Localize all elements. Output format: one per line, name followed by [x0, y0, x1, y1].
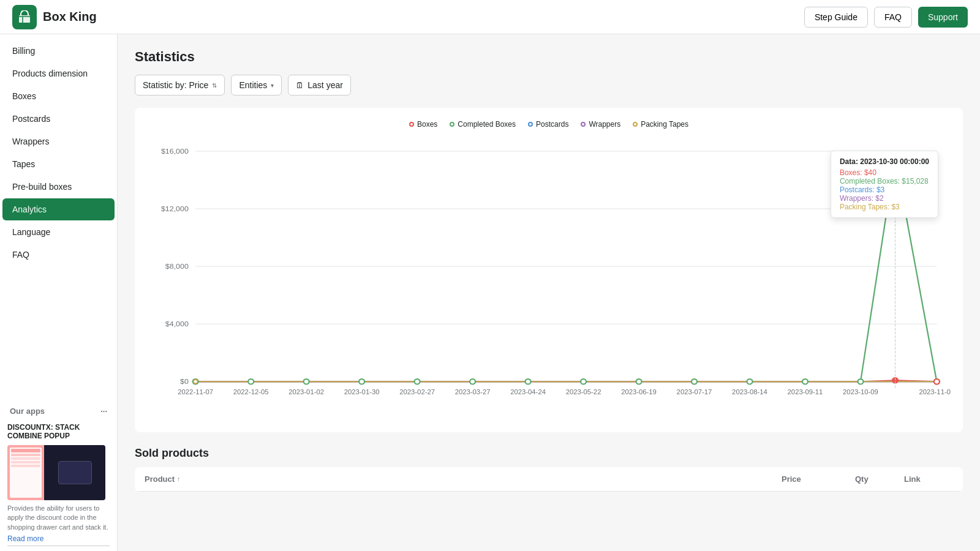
app-header: Box King Step Guide FAQ Support — [0, 0, 980, 34]
sold-products-title: Sold products — [135, 447, 963, 460]
svg-text:$0: $0 — [180, 378, 189, 386]
svg-text:$8,000: $8,000 — [165, 263, 189, 271]
our-apps-label: Our apps — [10, 407, 45, 416]
svg-text:$12,000: $12,000 — [161, 205, 189, 213]
step-guide-button[interactable]: Step Guide — [804, 7, 868, 28]
svg-text:2023-05-22: 2023-05-22 — [566, 389, 601, 396]
app-promo: DISCOUNTX: STACK COMBINE POPUP Provides … — [0, 418, 117, 551]
svg-text:2023-07-17: 2023-07-17 — [677, 389, 712, 396]
svg-text:2023-06-19: 2023-06-19 — [621, 389, 657, 396]
svg-text:2022-11-07: 2022-11-07 — [178, 389, 213, 396]
legend-dot-packing-tapes — [633, 122, 638, 127]
chevron-up-down-icon: ⇅ — [212, 82, 217, 89]
svg-point-15 — [415, 379, 420, 384]
statistic-by-select[interactable]: Statistic by: Price ⇅ — [135, 75, 225, 96]
sidebar-item-pre-build-boxes[interactable]: Pre-build boxes — [2, 176, 115, 198]
chart-svg: .axis-label { font-size: 11px; fill: #6d… — [147, 138, 951, 420]
svg-text:2023-08-14: 2023-08-14 — [732, 389, 767, 396]
legend-boxes[interactable]: Boxes — [409, 120, 437, 129]
col-qty: Qty — [855, 474, 904, 484]
svg-point-22 — [802, 379, 808, 384]
svg-point-14 — [359, 379, 364, 384]
our-apps-section: Our apps ··· — [0, 400, 117, 418]
svg-point-19 — [636, 379, 642, 384]
svg-point-13 — [304, 379, 309, 384]
sort-icon: ↑ — [177, 476, 180, 482]
chevron-down-icon: ▾ — [271, 82, 274, 89]
svg-point-21 — [747, 379, 752, 384]
sidebar-item-postcards[interactable]: Postcards — [2, 108, 115, 130]
main-content: Statistics Statistic by: Price ⇅ Entitie… — [118, 34, 980, 551]
faq-header-button[interactable]: FAQ — [874, 7, 912, 28]
logo-icon — [12, 5, 37, 29]
svg-text:$16,000: $16,000 — [161, 148, 189, 156]
sidebar-item-boxes[interactable]: Boxes — [2, 85, 115, 107]
apps-more-button[interactable]: ··· — [100, 407, 107, 416]
sidebar-item-faq[interactable]: FAQ — [2, 244, 115, 266]
svg-text:2023-10-09: 2023-10-09 — [843, 389, 878, 396]
entities-select[interactable]: Entities ▾ — [231, 75, 282, 96]
svg-point-16 — [470, 379, 475, 384]
products-table: Product ↑ Price Qty Link — [135, 467, 963, 492]
svg-point-12 — [248, 379, 254, 384]
svg-point-17 — [526, 379, 531, 384]
sidebar-item-wrappers[interactable]: Wrappers — [2, 130, 115, 152]
app-promo-title: DISCOUNTX: STACK COMBINE POPUP — [7, 423, 110, 440]
svg-point-23 — [858, 379, 863, 384]
sidebar-nav: Billing Products dimension Boxes Postcar… — [0, 34, 117, 400]
sidebar-item-language[interactable]: Language — [2, 221, 115, 243]
page-title: Statistics — [135, 49, 963, 65]
sidebar-item-analytics[interactable]: Analytics — [2, 198, 115, 220]
table-header: Product ↑ Price Qty Link — [135, 467, 963, 492]
svg-text:2023-01-02: 2023-01-02 — [288, 389, 324, 396]
col-price: Price — [782, 474, 855, 484]
header-actions: Step Guide FAQ Support — [804, 7, 968, 28]
chart-legend: Boxes Completed Boxes Postcards Wrappers… — [147, 120, 951, 129]
legend-dot-boxes — [409, 122, 414, 127]
col-link: Link — [904, 474, 953, 484]
calendar-icon: 🗓 — [296, 81, 304, 90]
svg-point-20 — [692, 379, 697, 384]
app-body: Billing Products dimension Boxes Postcar… — [0, 34, 980, 551]
legend-wrappers[interactable]: Wrappers — [581, 120, 620, 129]
read-more-link[interactable]: Read more — [7, 534, 110, 546]
legend-packing-tapes[interactable]: Packing Tapes — [633, 120, 688, 129]
chart-wrap: .axis-label { font-size: 11px; fill: #6d… — [147, 138, 951, 420]
col-product: Product ↑ — [145, 474, 782, 484]
app-name: Box King — [43, 10, 97, 24]
svg-point-29 — [194, 380, 198, 383]
svg-text:2022-12-05: 2022-12-05 — [233, 389, 269, 396]
svg-text:2023-01-30: 2023-01-30 — [344, 389, 380, 396]
svg-text:$4,000: $4,000 — [165, 320, 189, 328]
legend-postcards[interactable]: Postcards — [528, 120, 568, 129]
chart-container: Boxes Completed Boxes Postcards Wrappers… — [135, 108, 963, 432]
svg-point-27 — [934, 379, 940, 384]
svg-text:2023-09-11: 2023-09-11 — [788, 389, 823, 396]
legend-completed-boxes[interactable]: Completed Boxes — [450, 120, 516, 129]
support-button[interactable]: Support — [918, 7, 968, 28]
app-promo-description: Provides the ability for users to apply … — [7, 504, 110, 532]
app-logo: Box King — [12, 5, 97, 29]
sidebar-item-billing[interactable]: Billing — [2, 40, 115, 62]
sidebar: Billing Products dimension Boxes Postcar… — [0, 34, 118, 551]
date-filter[interactable]: 🗓 Last year — [288, 75, 351, 96]
svg-text:2023-02-27: 2023-02-27 — [399, 389, 435, 396]
svg-text:2023-11-06: 2023-11-06 — [919, 389, 951, 396]
filter-bar: Statistic by: Price ⇅ Entities ▾ 🗓 Last … — [135, 75, 963, 96]
sidebar-item-tapes[interactable]: Tapes — [2, 153, 115, 175]
legend-dot-wrappers — [581, 122, 586, 127]
legend-dot-completed-boxes — [450, 122, 454, 127]
svg-point-18 — [581, 379, 586, 384]
legend-dot-postcards — [528, 122, 533, 127]
app-promo-image[interactable] — [7, 445, 105, 500]
svg-text:2023-03-27: 2023-03-27 — [455, 389, 491, 396]
sidebar-item-products-dimension[interactable]: Products dimension — [2, 62, 115, 84]
svg-text:2023-04-24: 2023-04-24 — [510, 389, 546, 396]
